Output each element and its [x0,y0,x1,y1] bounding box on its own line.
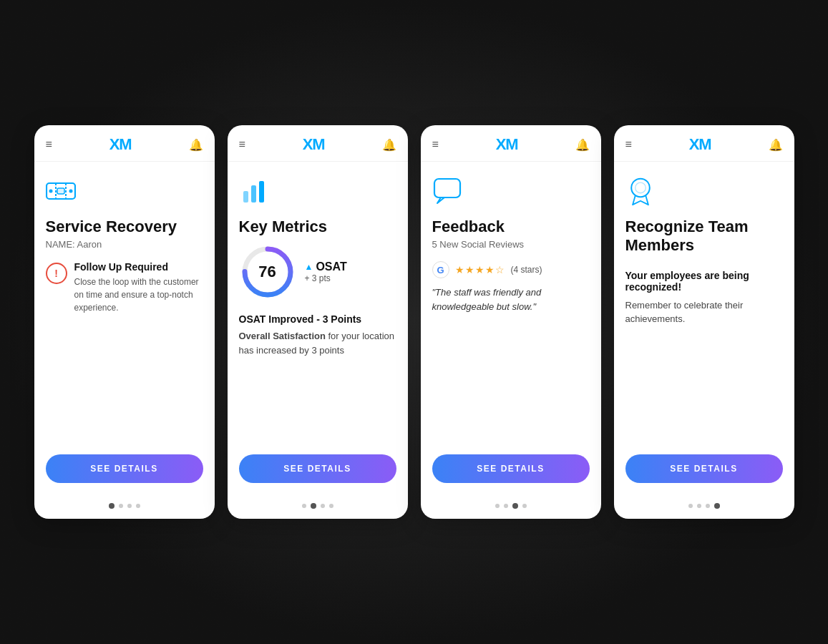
metrics-desc-bold: Overall Satisfaction [239,331,326,341]
see-details-button-4[interactable]: SEE DETAILS [625,454,783,483]
gauge-label-text: OSAT [316,260,346,273]
dot-2-3 [321,504,325,508]
alert-icon: ! [46,263,67,284]
svg-point-11 [631,179,650,197]
recognize-body: Remember to celebrate their achievements… [625,298,783,326]
cta-btn-1: SEE DETAILS [46,440,203,483]
metrics-improved: OSAT Improved - 3 Points [239,313,396,325]
dot-1-3 [127,504,132,508]
see-details-button-3[interactable]: SEE DETAILS [432,454,590,483]
dot-1-1 [109,503,115,509]
alert-body: Close the loop with the customer on time… [74,275,203,314]
feedback-card: ≡ XM 🔔 Feedback 5 New Social Reviews G ★… [421,125,601,519]
see-details-button-2[interactable]: SEE DETAILS [239,454,396,483]
dot-1-2 [119,504,123,508]
gauge-label-title: ▲ OSAT [305,260,347,273]
cards-container: ≡ XM 🔔 Service Recovery NAME: Aaron ! [20,125,809,519]
metrics-desc: Overall Satisfaction for your location h… [239,329,396,357]
menu-icon-3[interactable]: ≡ [432,139,439,150]
svg-point-2 [69,190,72,193]
card-body-2: Key Metrics 76 [228,162,408,494]
card-dots-3 [421,494,601,519]
dot-3-2 [504,504,508,508]
menu-icon-2[interactable]: ≡ [239,139,245,150]
card-header-1: ≡ XM 🔔 [34,125,215,162]
ticket-icon [46,176,203,209]
card-dots-1 [34,494,215,519]
review-quote: "The staff was friendly and knowledgeabl… [432,286,590,313]
svg-point-1 [49,190,52,193]
bell-icon-4[interactable]: 🔔 [769,138,783,152]
dot-4-2 [697,504,701,508]
gauge-pts: + 3 pts [305,273,347,283]
logo-1: XM [109,135,132,154]
dot-1-4 [136,504,140,508]
dot-4-1 [688,504,693,508]
logo-3: XM [496,135,518,154]
award-icon [625,176,783,209]
star-count: (4 stars) [511,265,542,275]
card-dots-4 [614,494,794,519]
gauge-section: 76 ▲ OSAT + 3 pts [239,243,396,301]
card-title-1: Service Recovery [46,218,203,236]
dot-2-2 [311,503,316,509]
card-subtitle-3: 5 New Social Reviews [432,239,590,250]
svg-rect-3 [57,188,64,194]
dot-3-1 [495,504,500,508]
gauge-value: 76 [239,243,296,301]
bell-icon-3[interactable]: 🔔 [575,138,590,152]
up-arrow-icon: ▲ [305,262,313,272]
svg-rect-6 [251,185,256,203]
logo-2: XM [303,135,325,154]
dot-2-1 [302,504,306,508]
alert-title: Follow Up Required [74,261,203,273]
alert-section: ! Follow Up Required Close the loop with… [46,261,203,314]
google-icon: G [432,261,449,278]
chat-icon [432,176,590,209]
svg-rect-7 [259,181,264,203]
chart-icon [239,176,396,209]
dot-3-3 [512,503,518,509]
card-body-4: Recognize Team Members Your employees ar… [614,162,794,494]
dot-4-3 [706,504,710,508]
alert-content: Follow Up Required Close the loop with t… [74,261,203,314]
card-header-2: ≡ XM 🔔 [228,125,408,162]
menu-icon-4[interactable]: ≡ [625,139,632,150]
bell-icon-1[interactable]: 🔔 [189,138,203,152]
logo-4: XM [689,135,711,154]
review-row: G ★★★★☆ (4 stars) [432,261,590,278]
svg-point-12 [635,182,646,193]
dot-2-4 [329,504,333,508]
card-subtitle-1: NAME: Aaron [46,239,203,250]
stars: ★★★★☆ [455,264,505,275]
card-header-4: ≡ XM 🔔 [614,125,794,162]
cta-btn-4: SEE DETAILS [625,440,783,483]
cta-btn-2: SEE DETAILS [239,440,396,483]
cta-btn-3: SEE DETAILS [432,440,590,483]
see-details-button-1[interactable]: SEE DETAILS [46,454,203,483]
recognize-card: ≡ XM 🔔 Recognize Team Members Your emplo… [614,125,794,519]
svg-rect-5 [243,191,248,203]
dot-3-4 [522,504,527,508]
card-header-3: ≡ XM 🔔 [421,125,601,162]
recognize-highlight: Your employees are being recognized! [625,270,783,293]
dot-4-4 [714,503,720,509]
bell-icon-2[interactable]: 🔔 [382,138,396,152]
svg-rect-10 [434,179,460,197]
gauge-label: ▲ OSAT + 3 pts [305,260,347,283]
gauge-circle: 76 [239,243,296,301]
card-title-2: Key Metrics [239,218,396,236]
card-dots-2 [228,494,408,519]
card-body-3: Feedback 5 New Social Reviews G ★★★★☆ (4… [421,162,601,494]
key-metrics-card: ≡ XM 🔔 Key Metrics [228,125,408,519]
menu-icon-1[interactable]: ≡ [46,139,52,150]
card-body-1: Service Recovery NAME: Aaron ! Follow Up… [34,162,215,494]
card-title-3: Feedback [432,218,590,236]
card-title-4: Recognize Team Members [625,218,783,255]
service-recovery-card: ≡ XM 🔔 Service Recovery NAME: Aaron ! [34,125,215,519]
